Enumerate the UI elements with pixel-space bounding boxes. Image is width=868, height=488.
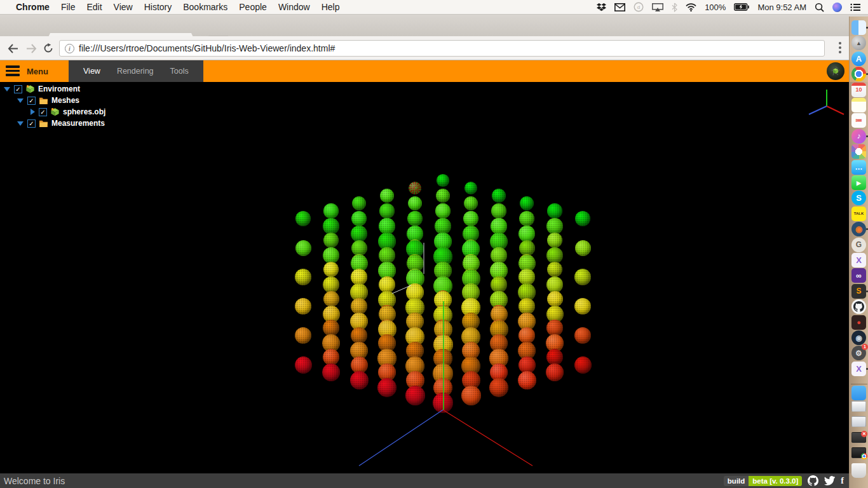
mesh-sphere: [295, 356, 312, 374]
toolbar-tab-tools[interactable]: Tools: [162, 67, 197, 76]
d-circle-icon[interactable]: d: [634, 2, 644, 12]
photos-icon[interactable]: [851, 144, 866, 159]
menubar-apps: ChromeFileEditViewHistoryBookmarksPeople…: [10, 2, 345, 12]
reminders-icon[interactable]: ≔: [851, 113, 866, 128]
finder-icon[interactable]: [851, 20, 866, 35]
visibility-checkbox[interactable]: ✓: [14, 85, 22, 93]
menubar-item-view[interactable]: View: [114, 2, 133, 12]
mesh-sphere: [491, 218, 507, 234]
notes-icon[interactable]: [851, 98, 866, 112]
minimized-window-icon-3[interactable]: ✕: [851, 432, 866, 443]
messages-icon[interactable]: …: [851, 160, 866, 175]
openemu-icon[interactable]: ●: [851, 315, 866, 330]
mesh-sphere: [463, 211, 479, 227]
viewport-3d[interactable]: ✓Enviroment✓Meshes✓spheres.obj✓Measureme…: [0, 82, 868, 473]
calendar-icon[interactable]: 10: [851, 83, 866, 97]
collapse-arrow-icon[interactable]: [17, 121, 24, 126]
visibility-checkbox[interactable]: ✓: [27, 119, 36, 128]
menubar-item-window[interactable]: Window: [278, 2, 310, 12]
menu-label[interactable]: Menu: [27, 67, 48, 76]
chrome-icon[interactable]: [851, 67, 866, 81]
forward-button[interactable]: [24, 41, 39, 56]
hamburger-menu-icon[interactable]: [6, 65, 20, 78]
gizmo-z-axis: [809, 106, 827, 114]
facebook-icon[interactable]: f: [841, 476, 844, 486]
toolbar-tab-rendering[interactable]: Rendering: [109, 67, 162, 76]
page-info-icon[interactable]: i: [65, 44, 74, 53]
dock-badge: 1: [862, 344, 868, 350]
skype-icon[interactable]: S: [851, 191, 866, 205]
mesh-sphere: [295, 211, 311, 227]
trash-icon[interactable]: [851, 463, 866, 478]
menubar-clock[interactable]: Mon 9:52 AM: [757, 3, 806, 12]
system-preferences-icon[interactable]: ⚙1: [851, 346, 866, 360]
dropbox-icon[interactable]: [597, 3, 606, 12]
tree-row-measurements[interactable]: ✓Measurements: [0, 118, 105, 129]
mesh-sphere: [379, 218, 395, 234]
scene-tree: ✓Enviroment✓Meshes✓spheres.obj✓Measureme…: [0, 83, 105, 129]
build-badge: build beta [v. 0.3.0]: [724, 476, 802, 486]
menubar-item-people[interactable]: People: [239, 2, 267, 12]
gimp-icon[interactable]: G: [851, 238, 866, 252]
airplay-icon[interactable]: [652, 3, 663, 11]
xamarin-studio-icon[interactable]: X: [851, 362, 866, 376]
address-bar[interactable]: i file:///Users/rtroe/Documents/GitHub/I…: [59, 40, 825, 57]
minimized-window-icon-4[interactable]: [851, 447, 866, 458]
battery-percentage: 100%: [705, 3, 726, 12]
siri-icon[interactable]: [832, 3, 842, 12]
menubar-item-file[interactable]: File: [61, 2, 76, 12]
downloads-folder-icon[interactable]: [851, 386, 866, 400]
launchpad-icon[interactable]: ▲: [851, 36, 866, 50]
menubar-item-chrome[interactable]: Chrome: [16, 2, 50, 12]
menubar-item-bookmarks[interactable]: Bookmarks: [183, 2, 227, 12]
github-desktop-icon[interactable]: [851, 299, 866, 314]
sublime-text-icon[interactable]: S: [851, 284, 866, 299]
tree-item-label[interactable]: Measurements: [51, 119, 105, 128]
reload-button[interactable]: [41, 41, 56, 56]
notification-center-icon[interactable]: [850, 3, 860, 11]
mesh-sphere: [409, 182, 422, 195]
collapse-arrow-icon[interactable]: [4, 87, 10, 92]
menubar-item-history[interactable]: History: [144, 2, 172, 12]
toolbar-tab-view[interactable]: View: [75, 67, 109, 76]
back-button[interactable]: [5, 41, 20, 56]
url-text[interactable]: file:///Users/rtroe/Documents/GitHub/Iri…: [79, 43, 335, 53]
xamarin-icon[interactable]: X: [851, 253, 866, 268]
tree-row-meshes[interactable]: ✓Meshes: [0, 95, 105, 106]
blender-icon[interactable]: ◉: [851, 222, 866, 236]
menubar-item-help[interactable]: Help: [322, 2, 340, 12]
tree-row-enviroment[interactable]: ✓Enviroment: [0, 83, 105, 95]
expand-arrow-icon[interactable]: [31, 109, 35, 115]
mesh-sphere: [547, 262, 563, 278]
minimized-window-icon-1[interactable]: [851, 401, 866, 412]
visibility-checkbox[interactable]: ✓: [27, 97, 36, 105]
twitter-icon[interactable]: [824, 476, 835, 485]
axis-z-blue: [359, 410, 443, 466]
app-store-icon[interactable]: A: [851, 51, 866, 66]
tree-item-label[interactable]: spheres.obj: [63, 107, 105, 116]
mesh-sphere: [519, 211, 535, 227]
wifi-icon[interactable]: [686, 3, 696, 11]
mesh-sphere: [574, 327, 592, 344]
mesh-sphere: [295, 327, 312, 344]
tree-item-label[interactable]: Enviroment: [38, 85, 80, 93]
mesh-sphere: [489, 378, 508, 397]
github-icon[interactable]: [808, 475, 818, 486]
menubar-item-edit[interactable]: Edit: [86, 2, 102, 12]
mesh-sphere: [433, 393, 453, 413]
mail-icon[interactable]: [614, 3, 625, 11]
bluetooth-icon[interactable]: [672, 3, 677, 12]
steam-icon[interactable]: ◉: [851, 330, 866, 345]
spotlight-icon[interactable]: [815, 3, 824, 12]
kakaotalk-icon[interactable]: TALK: [851, 207, 866, 221]
tree-item-label[interactable]: Meshes: [51, 96, 79, 105]
visibility-checkbox[interactable]: ✓: [39, 108, 47, 116]
minimized-window-icon-2[interactable]: [851, 416, 866, 427]
itunes-icon[interactable]: ♪: [851, 129, 866, 144]
facetime-icon[interactable]: ▶: [851, 175, 866, 190]
mesh-sphere: [351, 240, 367, 256]
tree-row-spheres-obj[interactable]: ✓spheres.obj: [0, 106, 105, 118]
collapse-arrow-icon[interactable]: [17, 98, 24, 103]
visual-studio-icon[interactable]: ∞: [851, 268, 866, 283]
chrome-menu-button[interactable]: [839, 42, 841, 53]
